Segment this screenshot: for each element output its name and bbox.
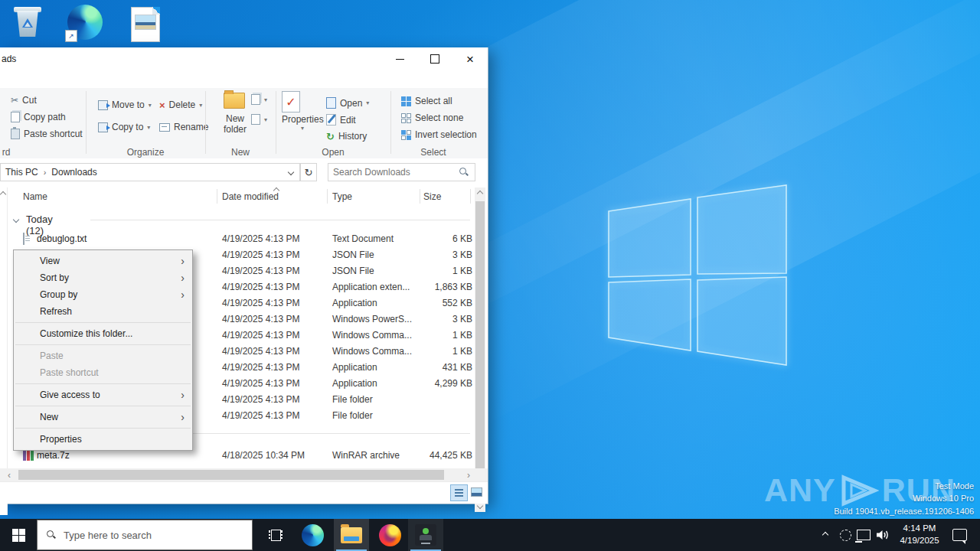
maximize-button[interactable] <box>417 47 452 70</box>
recycle-bin-icon[interactable] <box>9 3 46 41</box>
page-fold <box>152 7 160 15</box>
new-item-icon <box>251 94 260 105</box>
open-icon <box>326 97 336 109</box>
tray-volume-icon[interactable] <box>873 519 893 551</box>
menu-item-customize-folder[interactable]: Customize this folder... <box>14 325 192 342</box>
edge-desktop-icon[interactable]: ↗ <box>67 3 103 41</box>
firefox-icon <box>379 524 401 546</box>
submenu-arrow-icon: › <box>181 253 185 269</box>
address-dropdown-icon[interactable] <box>288 169 294 175</box>
task-view-button[interactable] <box>259 519 292 551</box>
nav-scroll-up-icon[interactable] <box>0 191 6 197</box>
vertical-scroll-thumb[interactable] <box>475 201 485 497</box>
menu-item-new[interactable]: New› <box>14 409 192 425</box>
image-document-icon <box>131 7 160 42</box>
collapse-group-icon[interactable] <box>13 217 19 223</box>
column-header-row: Name Date modified Type Size <box>0 187 475 206</box>
select-none-button[interactable]: Select none <box>401 112 463 123</box>
new-folder-icon <box>224 93 245 109</box>
scroll-up-icon[interactable] <box>475 187 485 200</box>
dropdown-icon: ▾ <box>147 124 150 131</box>
clipboard-group-label: rd <box>0 147 12 158</box>
column-size[interactable]: Size <box>423 191 441 202</box>
menu-item-sort-by[interactable]: Sort by› <box>14 269 192 286</box>
menu-separator <box>15 428 191 429</box>
easy-access-button[interactable]: ▾ <box>251 114 267 125</box>
menu-item-refresh[interactable]: Refresh <box>14 303 192 320</box>
screen: ↗ ads × re View ? ✂ Cut Cop <box>0 0 980 551</box>
taskbar-app-button[interactable] <box>408 519 443 551</box>
edit-button[interactable]: Edit <box>326 114 356 126</box>
tray-expand-button[interactable] <box>816 519 835 551</box>
properties-button[interactable]: ✓ Properties ▾ <box>282 91 323 132</box>
refresh-button[interactable]: ↻ <box>300 163 317 181</box>
breadcrumb-location[interactable]: Downloads <box>51 167 96 178</box>
copy-path-button[interactable]: Copy path <box>11 112 66 122</box>
dropdown-icon: ▾ <box>282 125 323 132</box>
breadcrumb-separator-icon: › <box>44 168 47 177</box>
address-bar[interactable]: This PC › Downloads <box>0 163 300 181</box>
large-icons-view-button[interactable] <box>469 484 485 500</box>
tray-app-icon[interactable] <box>836 519 854 551</box>
search-icon <box>47 530 56 540</box>
search-input[interactable]: Search Downloads <box>328 163 475 181</box>
breadcrumb-root[interactable]: This PC <box>5 167 38 178</box>
windows-logo <box>590 178 796 369</box>
vertical-scrollbar[interactable] <box>475 187 485 512</box>
submenu-arrow-icon: › <box>181 386 185 403</box>
open-button[interactable]: Open▾ <box>326 97 369 109</box>
horizontal-scrollbar[interactable]: ‹ › <box>0 468 475 481</box>
action-center-button[interactable] <box>948 519 971 551</box>
history-button[interactable]: ↻ History <box>326 131 367 142</box>
taskbar-search-input[interactable]: Type here to search <box>37 520 253 550</box>
select-all-button[interactable]: Select all <box>401 96 452 106</box>
windows-start-icon <box>12 529 25 542</box>
close-icon: × <box>466 53 474 66</box>
organize-group-label: Organize <box>86 147 205 158</box>
column-name[interactable]: Name <box>23 191 47 202</box>
tray-network-icon[interactable] <box>854 519 873 551</box>
menu-item-group-by[interactable]: Group by› <box>14 286 192 303</box>
column-date-modified[interactable]: Date modified <box>222 191 279 202</box>
new-item-button[interactable]: ▾ <box>251 94 267 105</box>
taskbar: Type here to search <box>0 519 980 551</box>
thumbnail-view-icon <box>471 487 482 497</box>
winrar-archive-icon <box>23 450 34 461</box>
menu-item-give-access-to[interactable]: Give access to› <box>14 386 192 403</box>
new-group-label: New <box>205 147 276 158</box>
rename-button[interactable]: Rename <box>159 122 208 132</box>
copy-to-button[interactable]: Copy to▾ <box>98 122 150 132</box>
move-to-button[interactable]: Move to▾ <box>98 99 152 110</box>
start-button[interactable] <box>0 519 37 551</box>
column-divider[interactable] <box>420 189 420 204</box>
menu-item-paste[interactable]: Paste <box>14 347 192 364</box>
scroll-left-icon[interactable]: ‹ <box>3 468 15 481</box>
close-button[interactable]: × <box>452 47 488 70</box>
column-divider[interactable] <box>217 189 217 204</box>
image-file-icon[interactable] <box>127 5 164 44</box>
cut-button[interactable]: ✂ Cut <box>11 95 37 106</box>
invert-selection-button[interactable]: Invert selection <box>401 129 477 140</box>
taskbar-firefox-button[interactable] <box>373 519 407 551</box>
menu-item-paste-shortcut[interactable]: Paste shortcut <box>14 364 192 381</box>
column-divider[interactable] <box>327 189 328 204</box>
file-explorer-icon <box>341 527 362 543</box>
menu-item-properties[interactable]: Properties <box>14 431 192 448</box>
scroll-right-icon[interactable]: › <box>462 468 475 481</box>
context-menu: View› Sort by› Group by› Refresh Customi… <box>13 249 193 451</box>
horizontal-scroll-thumb[interactable] <box>18 470 444 480</box>
menu-item-view[interactable]: View› <box>14 253 192 269</box>
column-divider[interactable] <box>470 189 471 204</box>
column-type[interactable]: Type <box>332 191 352 202</box>
details-view-icon <box>455 489 463 497</box>
new-folder-button[interactable]: New folder <box>224 93 247 135</box>
taskbar-clock[interactable]: 4:14 PM 4/19/2025 <box>894 519 945 551</box>
minimize-button[interactable] <box>382 47 417 70</box>
title-bar[interactable]: ads × <box>0 47 488 70</box>
details-view-button[interactable] <box>450 484 468 501</box>
taskbar-edge-button[interactable] <box>296 519 329 551</box>
delete-button[interactable]: × Delete▾ <box>159 99 202 110</box>
taskbar-file-explorer-button[interactable] <box>334 519 369 551</box>
file-row[interactable]: debuglog.txt4/19/2025 4:13 PMText Docume… <box>8 231 475 247</box>
paste-shortcut-button[interactable]: Paste shortcut <box>11 129 83 139</box>
